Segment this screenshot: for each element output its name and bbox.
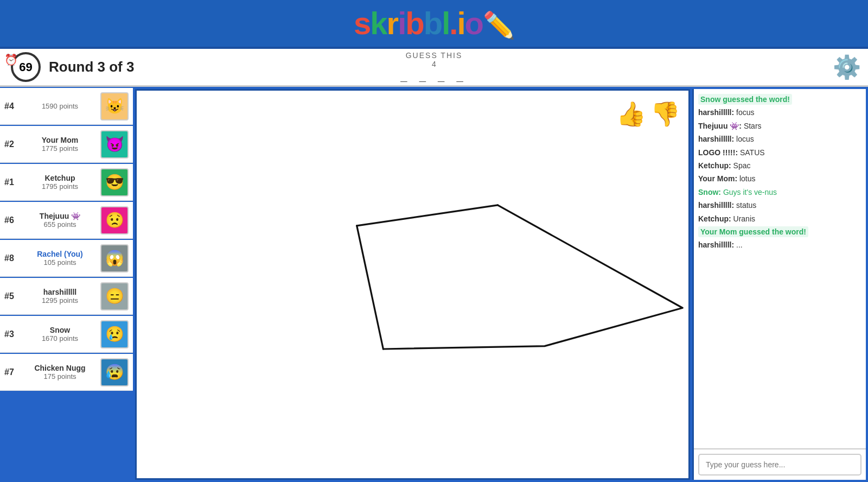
player-rank: #2	[4, 139, 20, 149]
timer-value: 69	[19, 60, 32, 74]
game-logo: skribbl.io✏️	[354, 8, 514, 39]
chat-input-area	[694, 448, 866, 480]
chat-text: Guys it's ve-nus	[723, 188, 777, 196]
chat-sender: harshilllll:	[698, 240, 736, 249]
chat-message: Snow guessed the word!	[698, 93, 861, 105]
chat-text: lotus	[739, 174, 756, 183]
drawing-svg	[137, 91, 688, 478]
logo-letter-r: r	[387, 5, 398, 41]
player-avatar: 😱	[100, 244, 129, 272]
chat-message: harshilllll: status	[698, 199, 861, 211]
player-name: harshilllll	[20, 288, 100, 296]
player-rank: #3	[4, 329, 20, 339]
chat-system-message: Your Mom guessed the word!	[698, 226, 808, 237]
chat-message: Your Mom guessed the word!	[698, 226, 861, 238]
player-name: Chicken Nugg	[20, 364, 100, 372]
guess-this-area: GUESS THIS 4 _ _ _ _	[400, 51, 467, 84]
chat-sender: harshilllll:	[698, 135, 736, 143]
player-row: #8Rachel (You)105 points😱	[0, 240, 133, 277]
player-info: Thejuuu 👾655 points	[20, 212, 100, 229]
chat-message: harshilllll: focus	[698, 106, 861, 118]
player-rank: #6	[4, 215, 20, 225]
chat-text: Spac	[733, 161, 751, 170]
chat-sender: Thejuuu 👾:	[698, 122, 744, 130]
player-points: 1795 points	[20, 182, 100, 191]
player-avatar: 😎	[100, 168, 129, 196]
logo-letter-i: i	[398, 5, 405, 41]
chat-text: Stars	[744, 122, 762, 130]
chat-message: Thejuuu 👾: Stars	[698, 120, 861, 132]
chat-text: Uranis	[733, 214, 755, 223]
logo-letter-io-o: o	[465, 5, 483, 41]
round-text: Round 3 of 3	[49, 59, 134, 75]
player-avatar: 😺	[100, 92, 129, 120]
player-points: 1775 points	[20, 144, 100, 153]
player-avatar: 😰	[100, 358, 129, 386]
player-points: 1295 points	[20, 296, 100, 305]
logo-letter-b2: b	[424, 5, 442, 41]
player-points: 655 points	[20, 220, 100, 229]
player-row: #6Thejuuu 👾655 points😟	[0, 202, 133, 239]
settings-icon[interactable]: ⚙️	[833, 54, 860, 81]
player-info: harshilllll1295 points	[20, 288, 100, 305]
player-info: Ketchup1795 points	[20, 174, 100, 191]
chat-message: Ketchup: Uranis	[698, 213, 861, 225]
chat-text: status	[736, 201, 756, 210]
pencil-icon: ✏️	[483, 11, 514, 40]
logo-letter-s: s	[354, 5, 370, 41]
player-avatar: 😢	[100, 320, 129, 348]
main-layout: #41590 points😺#2Your Mom1775 points😈#1Ke…	[0, 87, 868, 482]
chat-message: harshilllll: ...	[698, 239, 861, 251]
player-info: Chicken Nugg175 points	[20, 364, 100, 380]
chat-message: LOGO !!!!!: SATUS	[698, 147, 861, 158]
chat-text: locus	[736, 135, 754, 143]
thumbs-up-button[interactable]: 👍	[616, 99, 646, 129]
alarm-icon: ⏰	[4, 53, 18, 66]
chat-message: Ketchup: Spac	[698, 160, 861, 172]
game-header: skribbl.io✏️	[0, 0, 868, 49]
chat-sender: Ketchup:	[698, 161, 733, 170]
chat-sender: Snow:	[698, 188, 723, 196]
chat-message: Your Mom: lotus	[698, 173, 861, 185]
player-rank: #1	[4, 177, 20, 187]
chat-text: focus	[736, 108, 754, 117]
guess-this-count: 4	[400, 60, 467, 68]
player-row: #5harshilllll1295 points😑	[0, 278, 133, 315]
chat-sender: Ketchup:	[698, 214, 733, 223]
logo-letter-b1: b	[405, 5, 423, 41]
player-row: #2Your Mom1775 points😈	[0, 126, 133, 163]
player-name: Rachel (You)	[20, 250, 100, 258]
chat-sender: LOGO !!!!!:	[698, 148, 740, 157]
player-info: 1590 points	[20, 102, 100, 110]
chat-input[interactable]	[698, 454, 861, 475]
logo-letter-io-i: i	[457, 5, 464, 41]
logo-dot: .	[449, 5, 457, 41]
chat-sender: Your Mom:	[698, 174, 739, 183]
canvas-area: 👍 👎	[135, 89, 690, 480]
player-row: #3Snow1670 points😢	[0, 316, 133, 353]
player-info: Snow1670 points	[20, 326, 100, 343]
player-rank: #8	[4, 253, 20, 263]
player-rank: #5	[4, 291, 20, 301]
chat-messages: Snow guessed the word!harshilllll: focus…	[694, 89, 866, 448]
player-name: Thejuuu 👾	[20, 212, 100, 220]
player-name: Ketchup	[20, 174, 100, 182]
chat-message: Snow: Guys it's ve-nus	[698, 186, 861, 198]
guess-blanks: _ _ _ _	[400, 69, 467, 84]
logo-letter-k: k	[370, 5, 386, 41]
player-name: Snow	[20, 326, 100, 334]
vote-buttons: 👍 👎	[616, 99, 680, 129]
player-row: #41590 points😺	[0, 88, 133, 125]
player-info: Rachel (You)105 points	[20, 250, 100, 267]
chat-system-message: Snow guessed the word!	[698, 94, 792, 105]
timer-bar: 69 ⏰ Round 3 of 3 GUESS THIS 4 _ _ _ _ ⚙…	[0, 49, 868, 87]
chat-text: SATUS	[740, 148, 765, 157]
player-info: Your Mom1775 points	[20, 136, 100, 153]
logo-letter-l: l	[442, 5, 449, 41]
guess-this-label: GUESS THIS	[400, 51, 467, 60]
thumbs-down-button[interactable]: 👎	[650, 99, 680, 129]
player-avatar: 😈	[100, 130, 129, 158]
player-name: Your Mom	[20, 136, 100, 144]
player-rank: #7	[4, 367, 20, 377]
chat-sender: harshilllll:	[698, 108, 736, 117]
